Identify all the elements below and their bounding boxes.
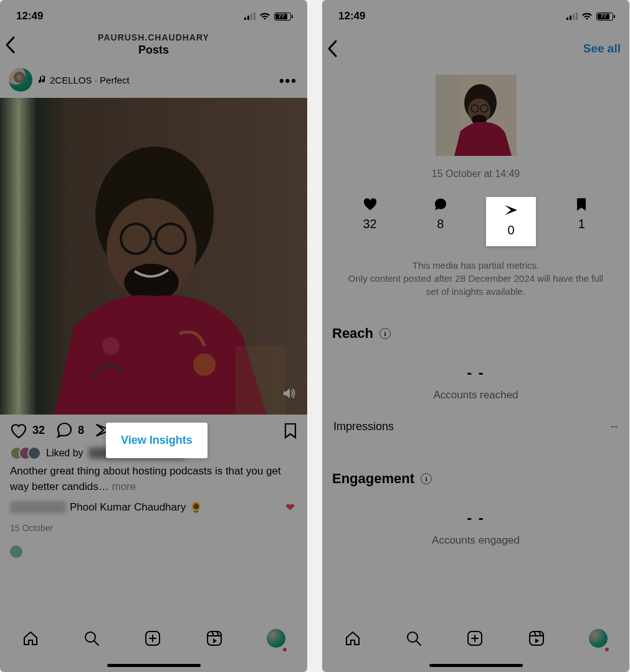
impressions-row[interactable]: Impressions -- [322,401,629,437]
more-options-icon[interactable]: ••• [279,73,297,89]
home-indicator [429,664,523,667]
accounts-engaged-label: Accounts engaged [322,534,629,547]
battery-icon: 77 [596,12,613,21]
metric-likes[interactable]: 32 [345,197,395,246]
metric-saves-value: 1 [556,217,606,231]
info-icon[interactable]: i [379,328,391,339]
reach-section-header: Reach i [322,304,629,347]
engagement-value-block: - - Accounts engaged [322,509,629,547]
post-caption[interactable]: Another great thing about hosting podcas… [0,460,307,498]
nav-profile-avatar[interactable] [267,629,285,648]
post-date: 15 October [0,521,307,535]
liked-by-label: Liked by [46,448,84,459]
nav-reels-icon[interactable] [528,630,545,647]
nav-reels-icon[interactable] [206,630,223,647]
impressions-label: Impressions [333,420,394,433]
svg-line-41 [534,631,536,636]
insights-header: See all [322,27,629,64]
music-text: 2CELLOS · Perfect [50,75,130,85]
sound-on-icon[interactable] [281,386,296,401]
see-all-link[interactable]: See all [583,42,621,55]
metric-comments-value: 8 [416,217,465,231]
engagement-section-header: Engagement i [322,437,629,492]
post-image[interactable] [0,98,307,415]
author-avatar[interactable] [9,68,32,92]
metric-saves[interactable]: 1 [556,197,606,246]
like-icon[interactable] [10,423,27,439]
sunflower-emoji: 🌻 [189,501,203,514]
post-header: PAURUSH.CHAUDHARY Posts [0,27,307,62]
svg-rect-25 [573,14,575,20]
engagement-dashes: - - [322,509,629,527]
post-meta-row: 2CELLOS · Perfect ••• [0,62,307,98]
comment-icon [416,197,465,212]
svg-rect-13 [236,346,285,415]
comments-count[interactable]: 8 [78,424,84,437]
header-username[interactable]: PAURUSH.CHAUDHARY [0,32,307,42]
cellular-icon [244,12,255,20]
view-insights-link[interactable]: View Insights [121,434,193,446]
svg-line-15 [94,641,98,645]
svg-point-11 [102,337,120,355]
nav-home-icon[interactable] [22,630,39,647]
battery-icon: 77 [274,12,291,21]
engagement-title: Engagement [332,471,414,487]
caption-more[interactable]: more [112,481,136,492]
comment-avatar-peek [10,545,22,558]
metric-shares-value: 0 [489,223,533,238]
status-time: 12:49 [338,10,365,22]
status-bar: 12:49 77 [322,0,629,27]
status-icons: 77 [566,12,613,21]
reach-dashes: - - [322,364,629,382]
view-insights-callout[interactable]: View Insights [106,423,208,458]
back-icon[interactable] [5,36,15,54]
tag-redacted [10,501,66,514]
accounts-reached-label: Accounts reached [322,389,629,401]
tagged-row[interactable]: Phool Kumar Chaudhary 🌻 ❤ [0,498,307,517]
nav-create-icon[interactable] [466,630,484,647]
nav-create-icon[interactable] [144,630,161,647]
post-thumbnail[interactable] [436,75,517,156]
phone-right-insights: 12:49 77 See all [322,0,629,672]
reach-value-block: - - Accounts reached [322,364,629,401]
post-timestamp: 15 October at 14:49 [322,168,629,180]
save-icon[interactable] [284,423,297,439]
svg-rect-3 [254,12,255,20]
post-photo-illustration [17,128,285,415]
svg-line-21 [212,631,214,636]
comment-icon[interactable] [56,422,73,439]
nav-home-icon[interactable] [344,630,361,647]
svg-point-12 [193,353,216,376]
reach-title: Reach [332,325,373,342]
metric-likes-value: 32 [345,217,395,231]
status-icons: 77 [244,12,291,21]
svg-rect-26 [576,12,578,20]
music-note-icon [39,75,46,84]
partial-metrics-note: This media has partial metrics. Only con… [322,246,629,304]
svg-rect-2 [251,14,252,20]
back-icon[interactable] [327,40,337,57]
svg-rect-19 [208,631,221,645]
info-icon[interactable]: i [421,473,432,484]
bookmark-icon [556,197,606,212]
liked-heart-icon: ❤ [285,501,295,514]
wifi-icon [581,12,593,21]
nav-search-icon[interactable] [83,630,100,647]
svg-rect-1 [247,16,249,20]
nav-search-icon[interactable] [405,630,422,647]
music-attribution[interactable]: 2CELLOS · Perfect [39,75,130,85]
metrics-row: 32 8 0 1 [322,197,629,246]
likes-count[interactable]: 32 [32,424,45,437]
tagged-name: Phool Kumar Chaudhary [70,501,186,514]
svg-rect-23 [566,17,568,20]
partial-line-1: This media has partial metrics. [341,259,611,272]
metric-shares-highlighted[interactable]: 0 [486,197,536,246]
svg-rect-24 [570,16,571,20]
impressions-value: -- [611,420,618,433]
metric-comments[interactable]: 8 [416,197,465,246]
svg-rect-39 [530,631,543,645]
svg-line-35 [416,641,421,645]
status-time: 12:49 [16,10,43,22]
caption-text: Another great thing about hosting podcas… [10,465,281,492]
nav-profile-avatar[interactable] [589,629,608,648]
